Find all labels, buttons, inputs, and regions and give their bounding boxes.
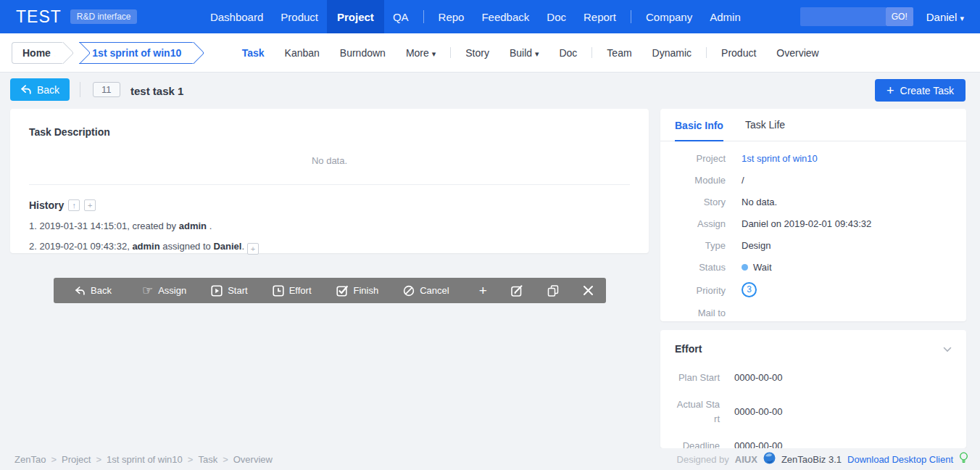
- history-item: 1. 2019-01-31 14:15:01, created by admin…: [29, 220, 630, 231]
- tab-team[interactable]: Team: [597, 47, 641, 59]
- breadcrumb-separator: >: [188, 454, 194, 465]
- header-nav-project[interactable]: Project: [327, 0, 384, 33]
- breadcrumb-separator: >: [51, 454, 57, 465]
- header-nav-product[interactable]: Product: [272, 0, 327, 33]
- history-header: History ↑ +: [29, 199, 630, 211]
- chevron-down-icon: ▾: [535, 49, 539, 58]
- footer-breadcrumb: ZenTao> Project> 1st sprint of win10> Ta…: [14, 454, 273, 465]
- top-header: TEST R&D interface Dashboard Product Pro…: [0, 0, 980, 33]
- breadcrumb-zentao[interactable]: ZenTao: [14, 454, 46, 465]
- plus-icon: +: [479, 283, 487, 299]
- toolbar-edit-button[interactable]: [499, 278, 535, 303]
- toolbar-back-label: Back: [91, 285, 112, 296]
- field-label: Actual Start: [675, 397, 720, 426]
- pencil-edit-icon: [510, 284, 523, 297]
- field-label: Deadline: [675, 439, 720, 448]
- toolbar-cancel-button[interactable]: Cancel: [391, 278, 461, 303]
- designer-name[interactable]: AIUX: [735, 454, 757, 465]
- plus-icon: +: [88, 201, 92, 210]
- tab-dynamic[interactable]: Dynamic: [642, 47, 702, 59]
- hand-assign-icon: ☞: [142, 284, 153, 297]
- download-client-link[interactable]: Download Desktop Client: [847, 454, 953, 465]
- header-nav-admin[interactable]: Admin: [701, 0, 749, 33]
- field-row-status: Status Wait: [660, 260, 966, 275]
- toolbar-effort-button[interactable]: Effort: [260, 278, 324, 303]
- toolbar-start-button[interactable]: Start: [199, 278, 259, 303]
- back-icon: [20, 85, 32, 94]
- search-go-button[interactable]: GO!: [886, 7, 913, 26]
- toolbar-copy-button[interactable]: [535, 278, 571, 303]
- tab-task[interactable]: Task: [232, 47, 275, 59]
- toolbar-finish-button[interactable]: Finish: [324, 278, 391, 303]
- create-task-button[interactable]: + Create Task: [875, 79, 966, 102]
- toolbar-start-label: Start: [228, 285, 247, 296]
- create-task-label: Create Task: [900, 85, 954, 96]
- footer: ZenTao> Project> 1st sprint of win10> Ta…: [0, 448, 980, 470]
- toolbar-effort-label: Effort: [289, 285, 312, 296]
- tab-story[interactable]: Story: [455, 47, 499, 59]
- tab-kanban[interactable]: Kanban: [275, 47, 330, 59]
- breadcrumb-sprint[interactable]: 1st sprint of win10: [107, 454, 183, 465]
- edition-badge: R&D interface: [70, 9, 138, 24]
- header-search: GO!: [800, 7, 913, 26]
- chevron-down-icon: ▾: [960, 14, 964, 22]
- effort-header[interactable]: Effort: [660, 330, 966, 358]
- toolbar-add-button[interactable]: +: [468, 278, 499, 303]
- header-nav-qa[interactable]: QA: [384, 0, 418, 33]
- toolbar-back-button[interactable]: Back: [62, 278, 124, 303]
- toolbar-delete-button[interactable]: [571, 278, 605, 303]
- back-button[interactable]: Back: [10, 78, 70, 101]
- header-nav-company[interactable]: Company: [637, 0, 701, 33]
- toolbar-finish-label: Finish: [354, 285, 379, 296]
- field-row-story: Story No data.: [660, 195, 966, 210]
- tab-burndown[interactable]: Burndown: [330, 47, 396, 59]
- tab-doc[interactable]: Doc: [549, 47, 587, 59]
- header-nav-feedback[interactable]: Feedback: [473, 0, 538, 33]
- field-row-project: Project 1st sprint of win10: [660, 152, 966, 166]
- divider: [706, 47, 707, 58]
- field-value: 0000-00-00: [734, 439, 783, 448]
- toolbar-assign-label: Assign: [158, 285, 186, 296]
- field-row-deadline: Deadline 0000-00-00: [660, 439, 966, 448]
- task-id-badge: 11: [93, 82, 120, 97]
- header-nav-repo[interactable]: Repo: [430, 0, 473, 33]
- chevron-down-icon: ▾: [54, 49, 58, 58]
- history-detail-button[interactable]: +: [247, 243, 259, 255]
- status-dot-icon: [742, 264, 748, 271]
- history-text: 2. 2019-02-01 09:43:32,: [29, 241, 132, 252]
- lightbulb-icon[interactable]: [959, 452, 968, 466]
- tab-overview[interactable]: Overview: [766, 47, 829, 59]
- field-label: Status: [675, 260, 726, 275]
- header-nav-report[interactable]: Report: [575, 0, 625, 33]
- breadcrumb-task[interactable]: Task: [198, 454, 217, 465]
- home-label: Home: [22, 47, 51, 59]
- tab-product[interactable]: Product: [711, 47, 766, 59]
- tab-more[interactable]: More ▾: [396, 47, 446, 59]
- project-dropdown[interactable]: 1st sprint of win10 ▾: [79, 42, 194, 64]
- status-badge: Wait: [753, 262, 772, 273]
- field-row-type: Type Design: [660, 239, 966, 253]
- breadcrumb-project[interactable]: Project: [62, 454, 91, 465]
- history-sort-button[interactable]: ↑: [68, 199, 80, 211]
- product-version: ZenTaoBiz 3.1: [781, 454, 842, 465]
- tab-task-life[interactable]: Task Life: [745, 119, 785, 141]
- toolbar-assign-button[interactable]: ☞ Assign: [130, 278, 199, 303]
- back-icon: [75, 286, 86, 295]
- user-menu[interactable]: Daniel ▾: [926, 11, 964, 23]
- arrow-up-icon: ↑: [72, 201, 76, 210]
- priority-value: 3: [742, 282, 757, 299]
- header-nav-dashboard[interactable]: Dashboard: [202, 0, 272, 33]
- history-text: .: [207, 220, 212, 231]
- search-input[interactable]: [800, 7, 886, 26]
- footer-right: Designed by AIUX ZenTaoBiz 3.1 Download …: [677, 452, 968, 466]
- history-expand-button[interactable]: +: [84, 199, 96, 211]
- project-link[interactable]: 1st sprint of win10: [742, 152, 818, 166]
- effort-title: Effort: [675, 343, 702, 355]
- header-nav-doc[interactable]: Doc: [538, 0, 575, 33]
- home-dropdown[interactable]: Home ▾: [12, 42, 63, 64]
- check-finish-icon: [336, 285, 349, 297]
- breadcrumb-overview[interactable]: Overview: [233, 454, 273, 465]
- tab-basic-info[interactable]: Basic Info: [675, 120, 723, 141]
- tab-build[interactable]: Build ▾: [499, 47, 549, 59]
- basic-info-panel: Basic Info Task Life Project 1st sprint …: [660, 109, 966, 321]
